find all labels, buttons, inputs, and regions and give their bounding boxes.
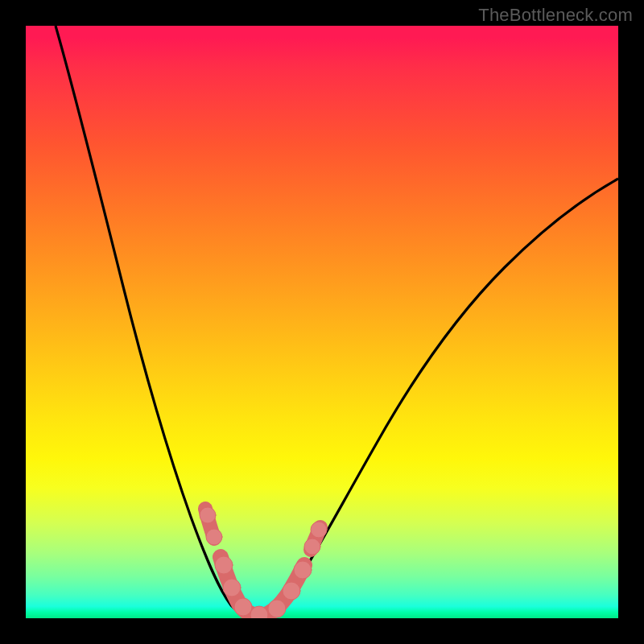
watermark-text: TheBottleneck.com — [478, 5, 633, 26]
bottleneck-curve — [26, 26, 618, 618]
svg-point-9 — [304, 539, 320, 555]
svg-point-3 — [223, 579, 241, 597]
highlight-beads — [200, 507, 327, 618]
svg-point-2 — [215, 556, 233, 574]
svg-point-8 — [294, 561, 312, 579]
chart-frame: TheBottleneck.com — [0, 0, 644, 644]
svg-point-6 — [268, 600, 286, 617]
svg-point-10 — [311, 522, 327, 538]
svg-point-4 — [234, 598, 252, 616]
curve-path — [56, 26, 618, 617]
svg-point-1 — [206, 529, 222, 545]
svg-point-7 — [283, 582, 300, 600]
plot-area — [26, 26, 618, 618]
svg-point-0 — [200, 507, 216, 523]
